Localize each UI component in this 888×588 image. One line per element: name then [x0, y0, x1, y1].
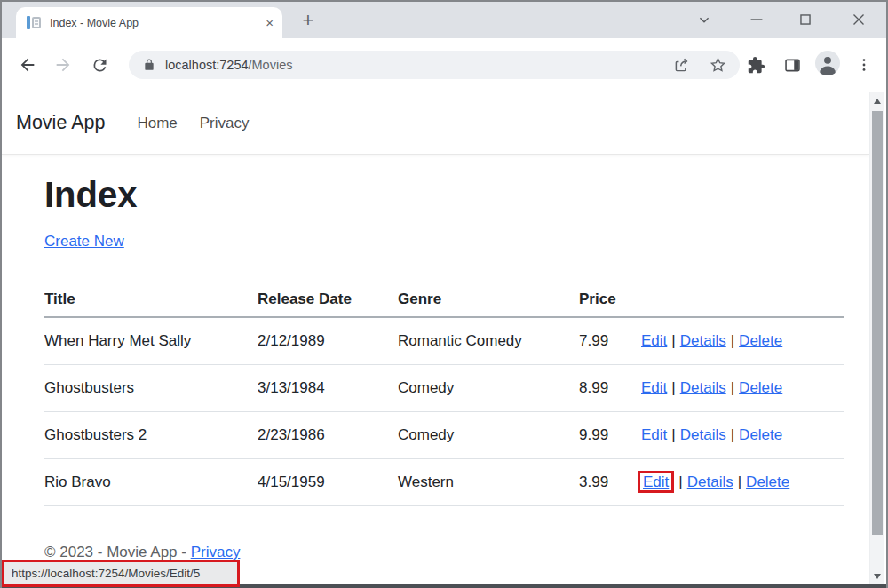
cell-release-date: 4/15/1959	[258, 473, 398, 491]
tab-title: Index - Movie App	[41, 17, 258, 29]
navbar-brand[interactable]: Movie App	[16, 112, 105, 134]
table-header-row: Title Release Date Genre Price	[44, 282, 844, 318]
edit-link[interactable]: Edit	[641, 379, 667, 396]
edit-link[interactable]: Edit	[641, 332, 667, 349]
details-link[interactable]: Details	[680, 332, 726, 349]
scroll-up-icon[interactable]	[874, 99, 881, 104]
col-header-title: Title	[44, 290, 258, 308]
action-separator: |	[667, 332, 679, 349]
cell-price: 3.99	[579, 473, 641, 491]
action-separator: |	[726, 379, 739, 396]
details-link[interactable]: Details	[680, 426, 726, 443]
address-bar[interactable]: localhost:7254/Movies	[129, 51, 740, 79]
scrollbar-thumb[interactable]	[872, 111, 883, 535]
extensions-icon[interactable]	[743, 52, 768, 77]
action-separator: |	[667, 426, 679, 443]
browser-window: Index - Movie App × +	[0, 0, 888, 588]
cell-release-date: 2/12/1989	[258, 332, 398, 350]
cell-release-date: 2/23/1986	[258, 426, 398, 444]
url-host: localhost:7254	[165, 58, 249, 72]
action-separator: |	[733, 473, 746, 490]
col-header-release-date: Release Date	[258, 290, 398, 308]
delete-link[interactable]: Delete	[739, 379, 782, 396]
window-close-icon[interactable]	[848, 9, 869, 30]
url-path: /Movies	[249, 58, 293, 72]
status-bar-url: https://localhost:7254/Movies/Edit/5	[12, 567, 200, 580]
footer-privacy-link[interactable]: Privacy	[191, 544, 241, 560]
window-chevron-down-icon[interactable]	[694, 9, 715, 30]
action-separator: |	[726, 426, 739, 443]
side-panel-icon[interactable]	[780, 52, 805, 77]
cell-actions: Edit|Details|Delete	[641, 332, 844, 350]
delete-link[interactable]: Delete	[739, 426, 782, 443]
cell-price: 9.99	[579, 426, 641, 444]
status-bar-highlight: https://localhost:7254/Movies/Edit/5	[2, 560, 240, 587]
details-link[interactable]: Details	[680, 379, 726, 396]
browser-toolbar: localhost:7254/Movies	[2, 38, 886, 91]
cell-title: When Harry Met Sally	[44, 332, 258, 350]
cell-release-date: 3/13/1984	[258, 379, 398, 397]
page-viewport: Movie App Home Privacy Index Create New …	[2, 92, 869, 585]
cell-actions: Edit|Details|Delete	[641, 426, 844, 444]
site-navbar: Movie App Home Privacy	[2, 92, 869, 155]
vertical-scrollbar[interactable]	[869, 92, 884, 585]
nav-link-home[interactable]: Home	[137, 115, 177, 132]
edit-link-highlighted[interactable]: Edit	[638, 471, 674, 493]
cell-actions: Edit|Details|Delete	[641, 473, 844, 491]
cell-genre: Comedy	[398, 426, 579, 444]
table-row: Ghostbusters 2 2/23/1986 Comedy 9.99 Edi…	[44, 412, 844, 459]
cell-genre: Comedy	[398, 379, 579, 397]
forward-icon[interactable]	[51, 52, 75, 77]
browser-tab[interactable]: Index - Movie App ×	[16, 7, 282, 38]
tab-close-icon[interactable]: ×	[266, 16, 274, 29]
cell-title: Ghostbusters 2	[44, 426, 258, 444]
action-separator: |	[726, 332, 739, 349]
page-footer: © 2023 - Movie App - Privacy	[2, 536, 869, 561]
col-header-price: Price	[579, 290, 641, 308]
table-row: When Harry Met Sally 2/12/1989 Romantic …	[44, 318, 844, 365]
cell-genre: Romantic Comedy	[398, 332, 579, 350]
lock-icon[interactable]	[143, 59, 155, 71]
create-new-link[interactable]: Create New	[44, 233, 124, 250]
delete-link[interactable]: Delete	[746, 473, 789, 490]
page-title: Index	[44, 174, 844, 215]
back-icon[interactable]	[15, 52, 40, 77]
table-row: Rio Bravo 4/15/1959 Western 3.99 Edit|De…	[44, 459, 844, 506]
page-favicon-icon	[27, 16, 41, 30]
col-header-genre: Genre	[398, 290, 579, 308]
action-separator: |	[667, 379, 679, 396]
tab-strip: Index - Movie App × +	[2, 2, 886, 38]
main-content: Index Create New Title Release Date Genr…	[2, 174, 869, 506]
scroll-down-icon[interactable]	[874, 574, 881, 579]
cell-title: Ghostbusters	[44, 379, 258, 397]
url-text[interactable]: localhost:7254/Movies	[165, 58, 292, 72]
window-maximize-icon[interactable]	[795, 9, 816, 30]
cell-actions: Edit|Details|Delete	[641, 379, 844, 397]
nav-link-privacy[interactable]: Privacy	[200, 115, 250, 132]
profile-avatar-icon[interactable]	[815, 51, 840, 75]
window-minimize-icon[interactable]	[746, 9, 767, 30]
edit-link[interactable]: Edit	[641, 426, 667, 443]
movies-table: Title Release Date Genre Price When Harr…	[44, 282, 844, 506]
share-icon[interactable]	[672, 56, 691, 75]
cell-price: 8.99	[579, 379, 641, 397]
new-tab-button[interactable]: +	[297, 9, 320, 32]
action-separator: |	[674, 473, 686, 490]
bookmark-star-icon[interactable]	[709, 56, 727, 75]
reload-icon[interactable]	[87, 52, 112, 77]
cell-price: 7.99	[579, 332, 641, 350]
footer-text: © 2023 - Movie App -	[44, 544, 191, 560]
delete-link[interactable]: Delete	[739, 332, 782, 349]
menu-dots-icon[interactable]	[852, 52, 876, 77]
cell-genre: Western	[398, 473, 579, 491]
table-row: Ghostbusters 3/13/1984 Comedy 8.99 Edit|…	[44, 365, 844, 412]
details-link[interactable]: Details	[687, 473, 733, 490]
cell-title: Rio Bravo	[44, 473, 258, 491]
